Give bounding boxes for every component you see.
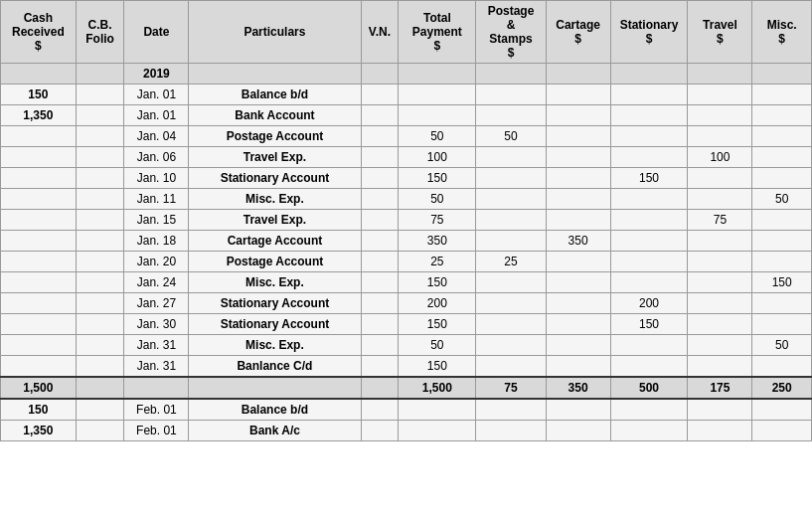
cell-stationary [610, 231, 688, 252]
header-misc: Misc. $ [752, 1, 812, 64]
cell-vn [361, 105, 399, 126]
cell-particulars: Postage Account [189, 126, 361, 147]
cell-cbfolio [76, 421, 124, 441]
cell-total [399, 105, 476, 126]
cell-stationary: 200 [610, 293, 688, 314]
cell-cash [1, 272, 77, 293]
cell-total: 50 [399, 126, 476, 147]
cell-vn [361, 85, 399, 105]
header-postage: Postage & Stamps $ [476, 1, 546, 64]
cell-date: Jan. 10 [124, 168, 189, 189]
cell-misc [752, 210, 812, 231]
cell-total: 200 [399, 293, 476, 314]
cell-misc: 250 [752, 377, 812, 399]
cell-vn [361, 168, 399, 189]
cell-cash [1, 168, 77, 189]
cell-misc [752, 314, 812, 335]
cell-cbfolio [76, 399, 124, 421]
cell-cbfolio [76, 105, 124, 126]
petty-cash-book: Cash Received $ C.B. Folio Date Particul… [0, 0, 812, 441]
cell-postage [476, 231, 546, 252]
cell-total: 50 [399, 189, 476, 210]
table-row: 2019 [1, 64, 812, 85]
cell-date: Jan. 01 [124, 105, 189, 126]
cell-vn [361, 272, 399, 293]
cell-total [399, 421, 476, 441]
cell-travel [688, 293, 752, 314]
cell-date: Jan. 31 [124, 356, 189, 378]
cell-cartage [546, 210, 610, 231]
cell-particulars: Balance b/d [189, 399, 361, 421]
table-row: Jan. 30 Stationary Account 150 150 [1, 314, 812, 335]
cell-travel [688, 105, 752, 126]
cell-postage [476, 272, 546, 293]
cell-vn [361, 64, 399, 85]
cell-cash: 150 [1, 85, 77, 105]
cell-cartage [546, 126, 610, 147]
cell-postage [476, 421, 546, 441]
table-row: Jan. 11 Misc. Exp. 50 50 [1, 189, 812, 210]
cell-cbfolio [76, 377, 124, 399]
cell-particulars: Travel Exp. [189, 210, 361, 231]
cell-total: 150 [399, 272, 476, 293]
cell-stationary [610, 105, 688, 126]
cell-cartage [546, 252, 610, 272]
cell-date: Jan. 04 [124, 126, 189, 147]
table-row: 1,350 Feb. 01 Bank A/c [1, 421, 812, 441]
cell-date: Jan. 27 [124, 293, 189, 314]
table-row: 150 Jan. 01 Balance b/d [1, 85, 812, 105]
cell-misc: 150 [752, 272, 812, 293]
cell-particulars: Stationary Account [189, 168, 361, 189]
cell-cash [1, 126, 77, 147]
cell-vn [361, 210, 399, 231]
cell-cartage [546, 293, 610, 314]
cell-date: Feb. 01 [124, 421, 189, 441]
cell-travel: 75 [688, 210, 752, 231]
cell-date: Jan. 06 [124, 147, 189, 168]
cell-vn [361, 189, 399, 210]
cell-cash [1, 293, 77, 314]
cell-total: 50 [399, 335, 476, 356]
cell-cbfolio [76, 231, 124, 252]
cell-cartage [546, 335, 610, 356]
cell-cash [1, 335, 77, 356]
cell-travel [688, 168, 752, 189]
cell-cash [1, 252, 77, 272]
cell-postage [476, 210, 546, 231]
cell-cartage [546, 314, 610, 335]
cell-travel [688, 126, 752, 147]
cell-stationary: 150 [610, 314, 688, 335]
cell-misc [752, 105, 812, 126]
cell-cbfolio [76, 126, 124, 147]
cell-total: 100 [399, 147, 476, 168]
cell-stationary [610, 64, 688, 85]
table-row: Jan. 27 Stationary Account 200 200 [1, 293, 812, 314]
header-cartage: Cartage $ [546, 1, 610, 64]
cell-cbfolio [76, 64, 124, 85]
table-row: Jan. 04 Postage Account 50 50 [1, 126, 812, 147]
cell-misc [752, 64, 812, 85]
cell-cartage [546, 399, 610, 421]
cell-stationary [610, 335, 688, 356]
cell-postage [476, 85, 546, 105]
cell-postage [476, 356, 546, 378]
table-row: Jan. 10 Stationary Account 150 150 [1, 168, 812, 189]
header-cash: Cash Received $ [1, 1, 77, 64]
cell-particulars: Misc. Exp. [189, 189, 361, 210]
cell-misc [752, 231, 812, 252]
header-vn: V.N. [361, 1, 399, 64]
cell-misc [752, 147, 812, 168]
cell-date: 2019 [124, 64, 189, 85]
cell-cartage [546, 189, 610, 210]
cell-stationary: 150 [610, 168, 688, 189]
cell-misc [752, 421, 812, 441]
cell-travel: 100 [688, 147, 752, 168]
cell-total: 150 [399, 356, 476, 378]
cell-cbfolio [76, 293, 124, 314]
cell-total: 150 [399, 168, 476, 189]
cell-vn [361, 231, 399, 252]
cell-postage [476, 335, 546, 356]
cell-particulars: Banlance C/d [189, 356, 361, 378]
cell-postage [476, 168, 546, 189]
header-particulars: Particulars [189, 1, 361, 64]
